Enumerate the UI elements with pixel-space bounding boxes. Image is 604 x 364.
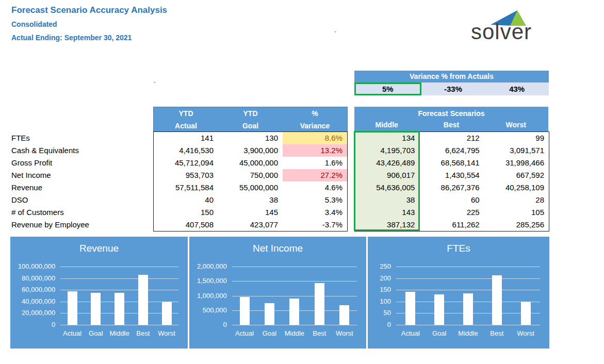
- chart-bar: [492, 275, 502, 325]
- ytd-goal-cell[interactable]: 145: [218, 206, 283, 219]
- variance-summary-cell[interactable]: -33%: [421, 82, 485, 95]
- middle-scenario-cell[interactable]: 4,195,703: [355, 144, 419, 157]
- ytd-actual-cell[interactable]: 407,508: [154, 219, 218, 231]
- page-title: Forecast Scenario Accuracy Analysis: [11, 5, 167, 15]
- ytd-goal-cell[interactable]: 45,000,000: [218, 157, 283, 169]
- variance-cell[interactable]: -3.7%: [283, 219, 347, 231]
- col-header-ytd-goal[interactable]: YTDGoal: [218, 107, 283, 132]
- col-header-middle[interactable]: Middle: [354, 119, 419, 131]
- best-scenario-cell[interactable]: 68,568,141: [419, 157, 484, 169]
- ytd-actual-cell[interactable]: 150: [154, 206, 218, 219]
- x-axis-category-label: Actual: [232, 329, 257, 337]
- variance-summary-cell[interactable]: 43%: [485, 82, 549, 95]
- worst-scenario-cell[interactable]: 667,592: [484, 169, 549, 181]
- forecast-table-header: Forecast Scenarios Middle Best Worst: [354, 107, 548, 131]
- ytd-goal-cell[interactable]: 423,077: [218, 219, 283, 231]
- chart-gridline: [60, 325, 178, 325]
- chart-bar: [315, 283, 324, 325]
- best-scenario-cell[interactable]: 225: [419, 206, 484, 219]
- y-axis-tick-label: 1,000,000: [192, 292, 227, 300]
- worst-scenario-cell[interactable]: 3,091,571: [484, 144, 549, 157]
- col-header-best[interactable]: Best: [419, 119, 483, 131]
- worst-scenario-cell[interactable]: 105: [484, 206, 549, 219]
- middle-scenario-cell[interactable]: 54,636,005: [355, 181, 419, 194]
- metric-label[interactable]: Revenue by Employee: [11, 219, 151, 231]
- ytd-actual-cell[interactable]: 57,511,584: [154, 181, 218, 194]
- y-axis-tick-label: 250: [371, 262, 391, 270]
- worst-scenario-cell[interactable]: 285,256: [484, 219, 549, 231]
- chart-gridline: [60, 267, 178, 267]
- ytd-goal-cell[interactable]: 3,900,000: [218, 144, 283, 157]
- revenue-chart-panel[interactable]: Revenue100,000,00080,000,00060,000,00040…: [10, 237, 188, 349]
- chart-gridline: [232, 325, 357, 325]
- y-axis-tick-label: 60,000,000: [13, 286, 55, 293]
- metric-label[interactable]: Cash & Equivalents: [11, 144, 151, 157]
- middle-scenario-cell[interactable]: 143: [355, 206, 419, 219]
- metric-label[interactable]: Gross Profit: [11, 157, 151, 169]
- ytd-goal-cell[interactable]: 55,000,000: [218, 181, 283, 194]
- variance-cell[interactable]: 1.6%: [283, 157, 347, 169]
- middle-scenario-cell[interactable]: 134: [355, 132, 419, 144]
- variance-cell[interactable]: 13.2%: [283, 144, 347, 157]
- best-scenario-cell[interactable]: 212: [419, 132, 484, 144]
- best-scenario-cell[interactable]: 60: [419, 194, 484, 206]
- x-axis-category-label: Middle: [108, 329, 132, 337]
- col-header-pct-variance[interactable]: %Variance: [283, 107, 347, 132]
- forecast-table-body: 134212994,195,7036,624,7953,091,57143,42…: [354, 131, 549, 231]
- ytd-actual-cell[interactable]: 4,416,530: [154, 144, 218, 157]
- best-scenario-cell[interactable]: 86,267,376: [419, 181, 484, 194]
- best-scenario-cell[interactable]: 1,430,554: [419, 169, 484, 181]
- y-axis-tick-label: 0: [192, 321, 227, 328]
- worst-scenario-cell[interactable]: 28: [484, 194, 549, 206]
- x-axis-category-label: Middle: [454, 329, 483, 337]
- x-axis-category-label: Worst: [155, 329, 178, 337]
- ftes-chart-panel[interactable]: FTEs250200150100500ActualGoalMiddleBestW…: [368, 237, 549, 349]
- variance-summary-cell[interactable]: 5%: [354, 82, 421, 95]
- metric-label[interactable]: Net Income: [11, 169, 151, 181]
- variance-cell[interactable]: 4.6%: [283, 181, 347, 194]
- variance-summary-header: Variance % from Actuals: [354, 71, 549, 82]
- worst-scenario-cell[interactable]: 99: [484, 132, 549, 144]
- variance-cell[interactable]: 27.2%: [283, 169, 347, 181]
- col-header-worst[interactable]: Worst: [484, 119, 548, 131]
- chart-gridline: [60, 278, 178, 279]
- metric-label[interactable]: FTEs: [11, 132, 151, 144]
- chart-gridline: [60, 290, 178, 290]
- ytd-table-header: YTDActual YTDGoal %Variance: [153, 107, 348, 133]
- worst-scenario-cell[interactable]: 40,258,109: [484, 181, 549, 194]
- ytd-actual-cell[interactable]: 45,712,094: [154, 157, 218, 169]
- metric-label[interactable]: Revenue: [11, 181, 151, 194]
- net-income-chart-panel[interactable]: Net Income2,000,0001,500,0001,000,000500…: [189, 237, 366, 349]
- ytd-goal-cell[interactable]: 130: [218, 132, 283, 144]
- middle-scenario-cell[interactable]: 43,426,489: [355, 157, 419, 169]
- ytd-actual-cell[interactable]: 40: [154, 194, 218, 206]
- entity-subtitle: Consolidated: [11, 20, 57, 28]
- metric-label[interactable]: DSO: [11, 194, 151, 206]
- chart-bar: [405, 292, 415, 325]
- chart-bar: [339, 305, 349, 325]
- ytd-actual-cell[interactable]: 141: [154, 132, 218, 144]
- chart-bar: [162, 302, 172, 325]
- chart-bar: [521, 302, 531, 325]
- ytd-goal-cell[interactable]: 750,000: [218, 169, 283, 181]
- ytd-goal-cell[interactable]: 38: [218, 194, 283, 206]
- best-scenario-cell[interactable]: 611,262: [419, 219, 484, 231]
- chart-bar: [463, 293, 473, 325]
- y-axis-tick-label: 0: [371, 321, 391, 328]
- metric-label[interactable]: # of Customers: [11, 206, 151, 219]
- chart-bar: [138, 275, 148, 325]
- variance-cell[interactable]: 5.3%: [283, 194, 347, 206]
- middle-scenario-cell[interactable]: 387,132: [355, 219, 419, 231]
- middle-scenario-cell[interactable]: 906,017: [355, 169, 419, 181]
- middle-scenario-cell[interactable]: 38: [355, 194, 419, 206]
- chart-title: Revenue: [10, 243, 188, 254]
- x-axis-category-label: Worst: [332, 329, 357, 337]
- best-scenario-cell[interactable]: 6,624,795: [419, 144, 484, 157]
- ytd-actual-cell[interactable]: 953,703: [154, 169, 218, 181]
- y-axis-tick-label: 100: [371, 297, 391, 305]
- chart-title: Net Income: [189, 243, 366, 254]
- worst-scenario-cell[interactable]: 31,998,466: [484, 157, 549, 169]
- variance-cell[interactable]: 8.6%: [283, 132, 347, 144]
- col-header-ytd-actual[interactable]: YTDActual: [154, 107, 218, 132]
- variance-cell[interactable]: 3.4%: [283, 206, 347, 219]
